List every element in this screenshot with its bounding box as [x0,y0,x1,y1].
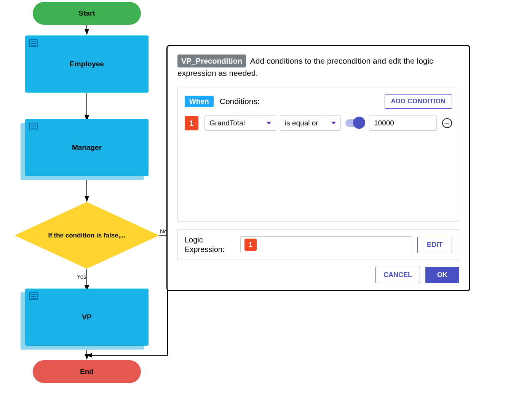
logic-token-badge: 1 [244,239,257,251]
start-node[interactable]: Start [33,2,141,25]
dialog-title-badge: VP_Precondition [177,55,246,67]
employee-label: Employee [70,60,104,68]
form-icon [29,39,38,47]
conditions-panel: When Conditions: ADD CONDITION 1 GrandTo… [177,88,459,222]
form-icon [29,292,38,300]
when-badge: When [185,96,214,107]
condition-operator-select[interactable]: is equal or [280,115,341,131]
manager-label: Manager [72,143,102,152]
manager-task-node[interactable]: Manager [25,119,149,176]
edit-logic-button[interactable]: EDIT [417,237,452,253]
logic-expression-label: Logic Expression: [185,235,235,254]
condition-toggle[interactable] [345,119,364,127]
add-condition-button[interactable]: ADD CONDITION [385,94,452,109]
dialog-footer: CANCEL OK [177,267,459,283]
remove-condition-button[interactable] [442,118,452,128]
vp-label: VP [82,313,91,321]
condition-value-input[interactable] [369,115,437,131]
logic-expression-box: 1 [240,236,412,253]
end-label: End [80,367,94,376]
dialog-header: VP_Precondition Add conditions to the pr… [177,55,459,79]
conditions-label: Conditions: [220,97,260,106]
toggle-knob [353,117,365,129]
logic-expression-panel: Logic Expression: 1 EDIT [177,229,459,260]
condition-index-badge: 1 [185,116,198,130]
cancel-button[interactable]: CANCEL [375,267,420,283]
precondition-dialog: VP_Precondition Add conditions to the pr… [166,45,470,291]
ok-button[interactable]: OK [425,267,459,283]
condition-field-select[interactable]: GrandTotal [204,115,276,131]
condition-field-value: GrandTotal [209,119,245,127]
condition-operator-value: is equal or [285,119,318,127]
decision-node[interactable]: If the condition is false,... [14,202,159,269]
start-label: Start [78,9,95,18]
condition-list: 1 GrandTotal is equal or [185,115,452,215]
vp-task-node[interactable]: VP [25,289,149,346]
decision-text: If the condition is false,... [48,232,125,239]
decision-yes-label: Yes [77,273,86,280]
employee-task-node[interactable]: Employee [25,35,149,93]
chevron-down-icon [331,122,336,125]
chevron-down-icon [267,122,271,125]
form-icon [29,123,38,130]
end-node[interactable]: End [33,360,141,383]
workflow-diagram: Start Employee Manager If the condition … [0,0,171,401]
condition-row: 1 GrandTotal is equal or [185,115,452,131]
